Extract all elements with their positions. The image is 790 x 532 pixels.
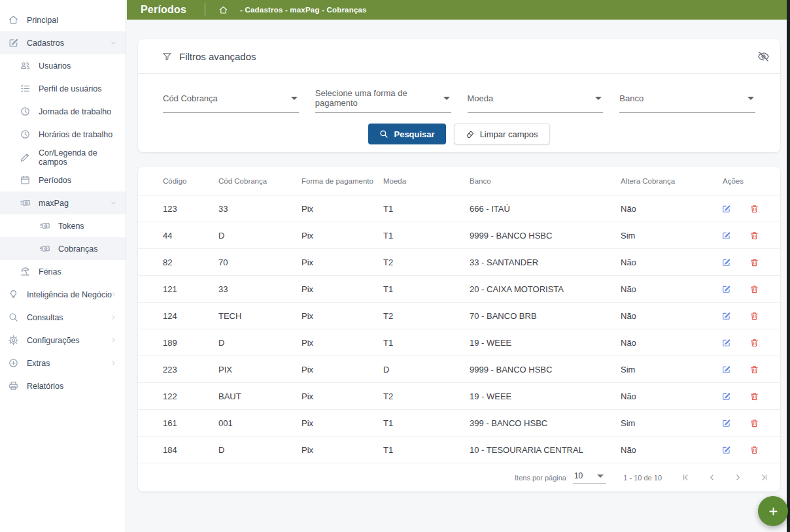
- dropdown-arrow-icon: [597, 474, 604, 478]
- last-page-button[interactable]: [760, 473, 768, 482]
- edit-button[interactable]: [721, 338, 731, 348]
- search-icon: [379, 129, 388, 139]
- table-cell: 9999 - BANCO HSBC: [470, 356, 621, 383]
- table-cell: 33 - SANTANDER: [470, 249, 621, 276]
- sidebar-item-relatorios[interactable]: Relatórios: [0, 374, 126, 397]
- row-actions: [713, 418, 775, 428]
- delete-button[interactable]: [749, 204, 759, 214]
- delete-button[interactable]: [749, 284, 759, 294]
- umbrella-icon: [20, 266, 31, 277]
- table-cell: Não: [621, 303, 713, 329]
- table-cell: T1: [383, 276, 470, 303]
- table-cell: T1: [383, 222, 470, 249]
- sidebar-item-cobrancas[interactable]: Cobranças: [0, 237, 126, 260]
- table-cell: T2: [383, 249, 470, 276]
- edit-button[interactable]: [721, 391, 731, 401]
- users-icon: [20, 60, 31, 71]
- delete-button[interactable]: [749, 338, 759, 348]
- column-header-codigo: Código: [138, 167, 218, 195]
- sidebar-item-usuarios[interactable]: Usuários: [0, 54, 126, 77]
- sidebar-item-principal[interactable]: Principal: [0, 8, 126, 31]
- items-per-page-select[interactable]: 10: [573, 471, 606, 484]
- delete-button[interactable]: [749, 365, 759, 374]
- previous-page-button[interactable]: [708, 473, 716, 482]
- edit-button[interactable]: [721, 365, 731, 374]
- sidebar-item-jornada-de-trabalho[interactable]: Jornada de trabalho: [0, 100, 126, 123]
- sidebar-item-label: Jornada de trabalho: [39, 107, 111, 116]
- edit-button[interactable]: [721, 258, 731, 267]
- sidebar-item-inteligencia-de-negocio[interactable]: Inteligência de Negócio: [0, 283, 126, 306]
- table-cell: Pix: [301, 437, 383, 463]
- cod-cobranca-select[interactable]: Cód Cobrança: [163, 88, 299, 113]
- table-cell: 124: [138, 303, 218, 329]
- sidebar-item-ferias[interactable]: Férias: [0, 260, 126, 283]
- sidebar-item-cor-legenda-de-campos[interactable]: Cor/Legenda de campos: [0, 146, 126, 169]
- checklist-icon: [20, 83, 31, 94]
- delete-button[interactable]: [749, 418, 759, 428]
- edit-button[interactable]: [721, 204, 731, 214]
- delete-button[interactable]: [749, 445, 759, 455]
- edit-button[interactable]: [721, 311, 731, 321]
- sidebar-item-configuracoes[interactable]: Configurações: [0, 329, 126, 352]
- table-cell: Pix: [301, 303, 383, 329]
- sidebar-item-extras[interactable]: Extras: [0, 352, 126, 374]
- sidebar-item-tokens[interactable]: Tokens: [0, 214, 126, 237]
- column-header-banco: Banco: [470, 167, 621, 195]
- clear-fields-button[interactable]: Limpar campos: [454, 124, 550, 144]
- table-cell: 10 - TESOURARIA CENTRAL: [470, 437, 621, 463]
- table-cell: Sim: [621, 222, 713, 249]
- table-cell: T1: [383, 195, 470, 222]
- eraser-icon: [466, 129, 475, 139]
- moeda-select[interactable]: Moeda: [468, 88, 604, 113]
- column-header-cod-cobranca: Cód Cobrança: [218, 167, 301, 195]
- next-page-button[interactable]: [734, 473, 742, 482]
- table-cell: T1: [383, 437, 470, 463]
- edit-button[interactable]: [721, 418, 731, 428]
- right-edge-strip: [787, 0, 790, 532]
- edit-button[interactable]: [721, 445, 731, 455]
- column-header-moeda: Moeda: [383, 167, 470, 195]
- lightbulb-icon: [8, 289, 19, 300]
- sidebar-item-label: Inteligência de Negócio: [27, 290, 112, 299]
- table-cell: D: [218, 437, 301, 463]
- dropdown-arrow-icon: [747, 97, 754, 100]
- delete-button[interactable]: [749, 231, 759, 241]
- search-button[interactable]: Pesquisar: [368, 124, 445, 144]
- sidebar-item-maxpag[interactable]: maxPag: [0, 191, 126, 214]
- table-cell: Pix: [301, 383, 383, 410]
- row-actions: [713, 338, 775, 348]
- table-cell: 19 - WEEE: [470, 383, 621, 410]
- sidebar-item-horarios-de-trabalho[interactable]: Horários de trabalho: [0, 123, 126, 146]
- row-actions: [713, 204, 775, 214]
- sidebar-item-perfil-de-usuarios[interactable]: Perfil de usuários: [0, 77, 126, 100]
- table-cell: 20 - CAIXA MOTORISTA: [470, 276, 621, 303]
- sidebar-item-cadastros[interactable]: Cadastros: [0, 31, 126, 54]
- hide-filters-eye-slash-icon[interactable]: [757, 50, 770, 63]
- delete-button[interactable]: [749, 391, 759, 401]
- table-row: 12133PixT120 - CAIXA MOTORISTANão: [138, 276, 780, 303]
- selecione-uma-forma-de-pagamento-select[interactable]: Selecione uma forma de pagamento: [315, 88, 451, 113]
- table-cell: Pix: [301, 195, 383, 222]
- delete-button[interactable]: [749, 311, 759, 321]
- sidebar-item-label: Cadastros: [27, 39, 64, 48]
- table-cell: BAUT: [218, 383, 301, 410]
- header-divider: [205, 3, 205, 16]
- table-cell: 44: [138, 222, 218, 249]
- delete-button[interactable]: [749, 258, 759, 267]
- edit-button[interactable]: [721, 231, 731, 241]
- field-placeholder: Selecione uma forma de pagamento: [315, 88, 443, 108]
- add-button[interactable]: [758, 496, 788, 526]
- sidebar-item-consultas[interactable]: Consultas: [0, 306, 126, 329]
- plus-circle-icon: [8, 357, 19, 369]
- table-cell: Não: [621, 383, 713, 410]
- banco-select[interactable]: Banco: [619, 88, 755, 113]
- chevron-right-icon: [110, 337, 117, 344]
- sidebar-nav: PrincipalCadastrosUsuáriosPerfil de usuá…: [0, 8, 126, 397]
- first-page-button[interactable]: [681, 473, 690, 482]
- home-icon[interactable]: [218, 5, 228, 15]
- table-row: 184DPixT110 - TESOURARIA CENTRALNão: [138, 437, 780, 463]
- edit-button[interactable]: [721, 284, 731, 294]
- breadcrumb: - Cadastros - maxPag - Cobranças: [240, 6, 367, 14]
- sidebar-item-periodos[interactable]: Períodos: [0, 169, 126, 191]
- row-actions: [713, 365, 775, 374]
